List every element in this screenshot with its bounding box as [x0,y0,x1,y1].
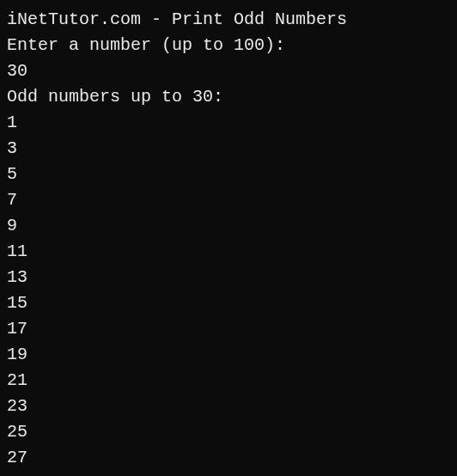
result-header: Odd numbers up to 30: [7,84,450,110]
odd-number: 1 [7,110,450,136]
odd-number: 17 [7,316,450,342]
odd-number: 7 [7,187,450,213]
odd-number: 21 [7,368,450,394]
odd-number: 9 [7,213,450,239]
program-title: iNetTutor.com - Print Odd Numbers [7,7,450,33]
odd-number: 25 [7,419,450,445]
odd-number: 3 [7,136,450,162]
odd-number: 29 [7,471,450,476]
odd-number: 27 [7,445,450,471]
prompt-text: Enter a number (up to 100): [7,33,450,58]
odd-number: 19 [7,342,450,368]
odd-number: 13 [7,265,450,290]
odd-number: 5 [7,162,450,187]
odd-number: 15 [7,290,450,316]
odd-number: 11 [7,239,450,265]
odd-number: 23 [7,394,450,419]
user-input: 30 [7,58,450,84]
